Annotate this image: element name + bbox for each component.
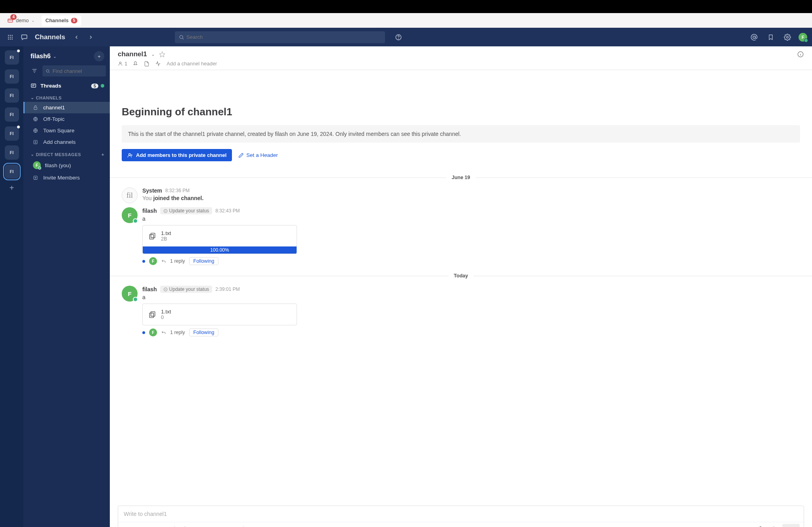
status-icon [163, 209, 168, 213]
file-attachment[interactable]: 1.txt 0 [142, 304, 297, 325]
add-header-button[interactable]: Add a channel header [167, 61, 217, 67]
help-icon[interactable] [393, 32, 404, 43]
thread-footer[interactable]: F 1 reply Following [142, 257, 800, 265]
add-dm-button[interactable]: + [102, 152, 104, 157]
threads-icon [31, 83, 36, 89]
channel-title[interactable]: channel1 [118, 50, 147, 58]
members-button[interactable]: 1 [118, 61, 127, 67]
bold-button[interactable]: B [122, 524, 133, 527]
emoji-button[interactable] [768, 524, 779, 527]
channel-info-icon[interactable] [797, 51, 804, 58]
window-tabbar: 4 demo ⌄ Channels 5 [0, 13, 812, 28]
message-list[interactable]: Beginning of channel1 This is the start … [110, 70, 812, 503]
svg-point-1 [8, 35, 9, 36]
message-author[interactable]: filash [142, 286, 157, 292]
global-search[interactable] [175, 31, 385, 43]
add-workspace-button[interactable]: + [10, 183, 14, 193]
channel-intro: Beginning of channel1 This is the start … [110, 70, 812, 169]
team-switcher[interactable]: filash6 ⌄ [31, 53, 56, 60]
svg-point-3 [11, 35, 13, 36]
channels-section-header[interactable]: ⌄ CHANNELS [23, 91, 110, 102]
chevron-down-icon: ⌄ [31, 152, 34, 157]
file-size: 0 [161, 315, 171, 320]
thread-footer[interactable]: F 1 reply Following [142, 328, 800, 336]
files-icon[interactable] [144, 61, 149, 67]
status-dot-icon [804, 38, 808, 42]
sidebar-invite-members[interactable]: Invite Members [23, 172, 110, 183]
find-channel-input[interactable] [42, 65, 106, 76]
sidebar-add-channels[interactable]: Add channels [23, 136, 110, 148]
workspace-button-active[interactable]: FI [5, 164, 19, 179]
message-text: You joined the channel. [142, 195, 800, 201]
code-button[interactable] [191, 524, 202, 527]
following-chip[interactable]: Following [189, 328, 219, 336]
channel-label: Off-Topic [43, 116, 65, 122]
filter-icon[interactable] [29, 65, 40, 76]
activity-icon[interactable] [155, 61, 161, 67]
apps-grid-icon[interactable] [5, 32, 16, 43]
chevron-down-icon: ⌄ [53, 54, 56, 59]
pinned-icon[interactable] [133, 61, 138, 67]
user-avatar-icon[interactable]: F [122, 207, 138, 223]
search-input[interactable] [186, 34, 381, 40]
user-avatar[interactable]: F [799, 33, 807, 42]
app-header: Channels F [0, 28, 812, 46]
new-button[interactable]: + [94, 51, 104, 61]
sidebar-threads[interactable]: Threads 5 [23, 80, 110, 91]
add-user-icon [127, 153, 133, 158]
workspace-button[interactable]: FI [5, 50, 19, 65]
settings-icon[interactable] [782, 32, 793, 43]
ordered-list-button[interactable]: 123 [229, 524, 240, 527]
workspace-tab-demo[interactable]: 4 demo ⌄ [3, 15, 38, 26]
team-name: filash6 [31, 53, 51, 60]
file-attachment[interactable]: 1.txt 2B 100.00% [142, 225, 297, 254]
workspace-button[interactable]: FI [5, 126, 19, 141]
sidebar-channel-channel1[interactable]: channel1 [23, 102, 110, 113]
channel-header: channel1 ⌄ 1 [110, 46, 812, 70]
plus-box-icon [33, 139, 39, 145]
message-author[interactable]: filash [142, 208, 157, 214]
italic-button[interactable]: I [135, 524, 146, 527]
nav-back-icon[interactable] [71, 32, 82, 43]
channels-icon[interactable] [19, 32, 30, 43]
link-button[interactable] [178, 524, 189, 527]
svg-rect-16 [31, 84, 36, 88]
user-avatar-icon[interactable]: F [122, 286, 138, 302]
quote-button[interactable] [203, 524, 214, 527]
attach-button[interactable] [754, 524, 765, 527]
workspace-button[interactable]: FI [5, 107, 19, 122]
sidebar-dm-self[interactable]: F filash (you) [23, 158, 110, 172]
update-status-button[interactable]: Update your status [160, 286, 213, 293]
sidebar-channel-townsquare[interactable]: Town Square [23, 125, 110, 136]
dm-label: filash (you) [45, 162, 71, 168]
dm-section-header[interactable]: ⌄ DIRECT MESSAGES + [23, 148, 110, 158]
nav-forward-icon[interactable] [85, 32, 96, 43]
date-separator: June 19 [110, 175, 812, 180]
svg-point-13 [753, 36, 755, 38]
following-chip[interactable]: Following [189, 257, 219, 265]
main-panel: channel1 ⌄ 1 [110, 46, 812, 527]
workspace-button[interactable]: FI [5, 69, 19, 84]
set-header-button[interactable]: Set a Header [238, 152, 278, 158]
mentions-icon[interactable] [749, 32, 760, 43]
workspace-button[interactable]: FI [5, 88, 19, 103]
bullet-list-button[interactable] [216, 524, 227, 527]
pencil-icon [238, 153, 244, 158]
composer-textarea[interactable]: Write to channel1 [118, 506, 804, 522]
add-members-button[interactable]: Add members to this private channel [122, 149, 232, 161]
heading-button[interactable]: H [160, 524, 171, 527]
strike-button[interactable]: S [147, 524, 159, 527]
sidebar-channel-offtopic[interactable]: Off-Topic [23, 113, 110, 125]
update-status-button[interactable]: Update your status [160, 207, 213, 214]
workspace-button[interactable]: FI [5, 145, 19, 160]
svg-point-10 [180, 35, 183, 38]
formatting-toggle-button[interactable]: Aa ⌃ [739, 524, 751, 527]
priority-button[interactable] [247, 524, 258, 527]
message-author[interactable]: System [142, 187, 162, 194]
saved-icon[interactable] [765, 32, 776, 43]
send-button[interactable] [782, 524, 800, 527]
chevron-down-icon[interactable]: ⌄ [151, 52, 155, 57]
workspace-tab-channels[interactable]: Channels 5 [42, 15, 81, 26]
window-titlebar [0, 0, 812, 13]
favorite-star-icon[interactable] [159, 51, 165, 57]
